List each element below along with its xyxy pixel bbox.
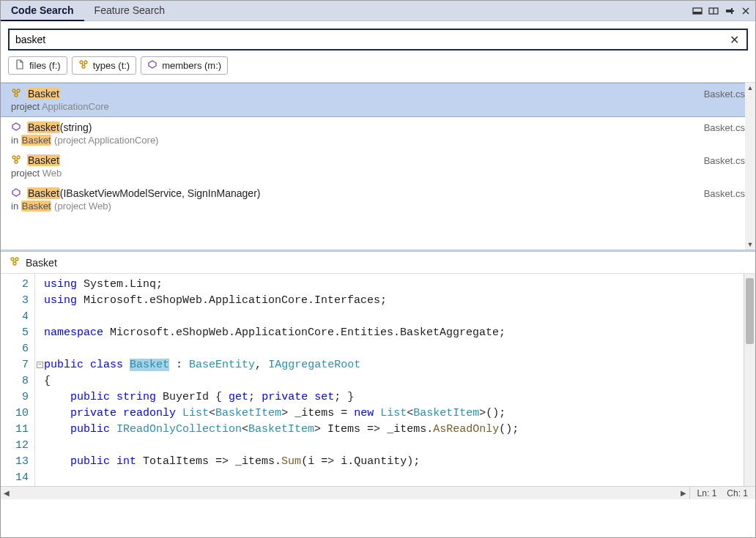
line-gutter: 234567891011121314 [1,274,34,486]
filter-files-label: files (f:) [29,60,61,71]
preview-title: Basket [26,257,57,269]
result-title: Basket [27,88,700,100]
scroll-right-icon[interactable]: ▶ [678,489,689,497]
code-line[interactable]: using System.Linq; [35,277,744,293]
result-subtitle: project ApplicationCore [11,101,745,112]
result-subtitle: project Web [11,168,745,179]
scroll-down-icon[interactable]: ▼ [747,239,754,250]
result-title: Basket(string) [27,122,700,133]
member-icon [11,187,23,199]
filter-types-label: types (t:) [93,60,130,71]
preview-header: Basket [1,252,755,274]
code-line[interactable]: using Microsoft.eShopWeb.ApplicationCore… [35,293,744,309]
result-file: Basket.cs [704,155,745,166]
code-line[interactable]: public int TotalItems => _items.Sum(i =>… [35,454,744,470]
hscroll-track[interactable] [12,487,678,499]
result-subtitle: in Basket (project ApplicationCore) [11,135,745,146]
result-file: Basket.cs [704,188,745,199]
results-scrollbar[interactable]: ▲ ▼ [745,83,755,250]
result-subtitle: in Basket (project Web) [11,201,745,212]
status-line: Ln: 1 [697,488,717,498]
code-line[interactable] [35,341,744,357]
search-box-container: ✕ [1,21,755,56]
type-icon [78,59,89,72]
svg-point-24 [13,262,16,265]
result-title: Basket [27,154,700,166]
window-controls [692,6,751,16]
svg-rect-1 [693,12,702,14]
close-icon[interactable] [741,6,751,16]
scrollbar-thumb[interactable] [746,278,754,344]
pin-icon[interactable] [724,6,735,16]
horizontal-scrollbar[interactable]: ◀ ▶ Ln: 1 Ch: 1 [1,486,755,499]
code-line[interactable]: −public class Basket : BaseEntity, IAggr… [35,357,744,373]
result-file: Basket.cs [704,122,745,133]
result-item[interactable]: Basket(string)Basket.csin Basket (projec… [1,117,755,150]
scroll-up-icon[interactable]: ▲ [747,83,754,93]
code-lines[interactable]: using System.Linq;using Microsoft.eShopW… [34,274,744,486]
code-line[interactable]: { [35,373,744,389]
filter-chips: files (f:) types (t:) members (m:) [1,56,755,82]
code-line[interactable] [35,470,744,486]
filter-files[interactable]: files (f:) [8,56,67,75]
code-line[interactable]: public string BuyerId { get; private set… [35,389,744,406]
code-vertical-scrollbar[interactable] [744,274,755,486]
type-icon [10,256,20,269]
member-icon [147,59,158,72]
code-line[interactable]: namespace Microsoft.eShopWeb.Application… [35,325,744,341]
result-item[interactable]: BasketBasket.csproject Web [1,150,755,183]
code-line[interactable]: public IReadOnlyCollection<BasketItem> I… [35,422,744,438]
member-icon [11,122,23,133]
split-panel-icon[interactable] [708,6,719,16]
search-mode-tabs: Code Search Feature Search [1,1,175,21]
code-line[interactable] [35,309,744,325]
minimize-panel-icon[interactable] [692,6,703,16]
svg-point-9 [82,65,85,68]
results-area: BasketBasket.csproject ApplicationCoreBa… [1,82,755,250]
filter-types[interactable]: types (t:) [72,56,137,75]
code-line[interactable] [35,438,744,454]
clear-search-icon[interactable]: ✕ [727,33,742,47]
tab-feature-search[interactable]: Feature Search [84,1,176,21]
tab-code-search[interactable]: Code Search [1,1,84,21]
result-file: Basket.cs [704,89,745,100]
results-list: BasketBasket.csproject ApplicationCoreBa… [1,83,755,250]
search-box[interactable]: ✕ [8,29,748,51]
type-icon [11,88,23,100]
result-title: Basket(IBasketViewModelService, SignInMa… [27,187,700,199]
scroll-left-icon[interactable]: ◀ [1,489,12,497]
filter-members-label: members (m:) [162,60,221,71]
code-line[interactable]: private readonly List<BasketItem> _items… [35,406,744,422]
svg-rect-4 [733,10,734,12]
result-item[interactable]: Basket(IBasketViewModelService, SignInMa… [1,183,755,216]
code-preview[interactable]: 234567891011121314 using System.Linq;usi… [1,274,755,486]
status-bar: Ln: 1 Ch: 1 [689,487,755,499]
svg-point-14 [15,94,18,97]
type-icon [11,154,23,166]
result-item[interactable]: BasketBasket.csproject ApplicationCore [1,83,755,117]
titlebar: Code Search Feature Search [1,1,755,21]
svg-point-19 [15,160,18,163]
file-icon [15,59,25,72]
filter-members[interactable]: members (m:) [141,56,228,75]
collapse-toggle-icon[interactable]: − [37,362,43,368]
search-input[interactable] [15,34,727,45]
status-col: Ch: 1 [727,488,748,498]
